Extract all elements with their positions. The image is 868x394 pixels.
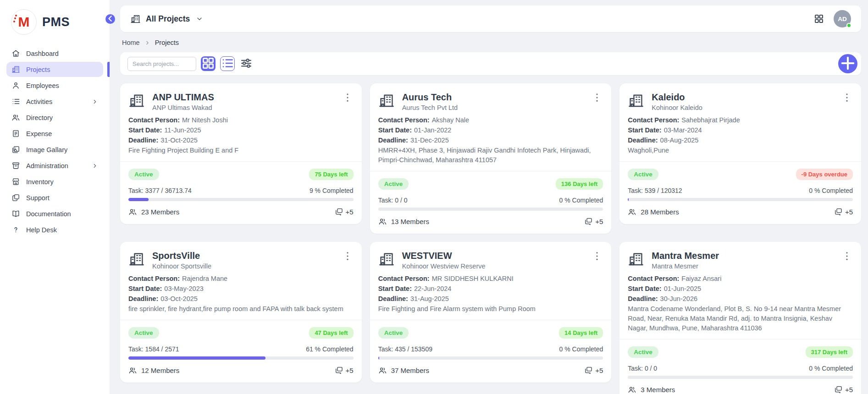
contact-label: Contact Person: <box>628 275 679 282</box>
progress-bar <box>628 198 853 201</box>
card-menu-button[interactable] <box>591 92 603 104</box>
status-badge: Active <box>128 327 159 339</box>
comments-count[interactable]: +5 <box>334 207 354 216</box>
project-subtitle: Mantra Mesmer <box>652 263 834 270</box>
card-menu-button[interactable] <box>342 92 354 104</box>
brand: M PMS <box>0 0 110 42</box>
sidebar-item-label: Projects <box>26 66 50 73</box>
project-card[interactable]: Aurus Tech Aurus Tech Pvt Ltd Contact Pe… <box>370 83 612 234</box>
project-card[interactable]: Mantra Mesmer Mantra Mesmer Contact Pers… <box>619 242 861 394</box>
deadline-label: Deadline: <box>128 137 158 144</box>
grid-view-button[interactable] <box>201 56 216 71</box>
start-date-value: 11-Jun-2025 <box>164 126 201 134</box>
chat-icon <box>834 207 843 216</box>
project-description: Fire Fighting Project Building E and F <box>128 146 354 155</box>
comments-count[interactable]: +5 <box>584 366 603 375</box>
avatar[interactable]: AD <box>834 10 851 27</box>
kebab-icon <box>342 257 354 263</box>
progress-bar <box>128 356 354 360</box>
days-left-badge: 47 Days left <box>309 327 353 339</box>
add-project-button[interactable] <box>838 54 857 73</box>
progress-fill <box>378 356 379 360</box>
percent-completed: 61 % Completed <box>306 345 354 353</box>
sidebar-item-employees[interactable]: Employees <box>6 78 103 93</box>
project-card[interactable]: Kaleido Kohinoor Kaleido Contact Person:… <box>619 83 861 224</box>
store-icon <box>11 177 20 186</box>
comments-count[interactable]: +5 <box>834 207 853 216</box>
building-icon <box>378 93 395 109</box>
sidebar-item-support[interactable]: Support <box>6 190 103 205</box>
card-menu-button[interactable] <box>591 250 603 262</box>
breadcrumb-home[interactable]: Home <box>122 39 140 46</box>
project-description: Mantra Codename Wonderland, Plot B, S. N… <box>628 304 853 333</box>
task-count: Task: 3377 / 36713.74 <box>128 187 192 194</box>
project-title: Mantra Mesmer <box>652 250 834 261</box>
members-label: 37 Members <box>391 367 429 374</box>
sidebar-item-administration[interactable]: Administration <box>6 158 103 173</box>
sidebar-item-image-gallary[interactable]: Image Gallary <box>6 142 103 157</box>
list-view-button[interactable] <box>220 56 235 71</box>
project-title: Aurus Tech <box>402 92 584 103</box>
pms-logo: M <box>11 9 37 35</box>
sidebar-item-inventory[interactable]: Inventory <box>6 174 103 189</box>
task-count: Task: 0 / 0 <box>628 365 657 372</box>
card-menu-button[interactable] <box>841 250 853 262</box>
breadcrumb: Home Projects <box>120 32 861 52</box>
contact-value: MR SIDDHESH KULKARNI <box>432 275 514 282</box>
building-icon <box>130 14 141 24</box>
sidebar-item-directory[interactable]: Directory <box>6 110 103 125</box>
percent-completed: 0 % Completed <box>559 345 603 353</box>
chevron-right-icon <box>92 98 98 105</box>
start-date-value: 22-Jun-2024 <box>414 285 451 292</box>
deadline-value: 31-Dec-2025 <box>410 137 449 144</box>
grid-view-icon <box>201 56 216 72</box>
status-badge: Active <box>628 169 658 180</box>
sidebar-item-help-desk[interactable]: Help Desk <box>6 222 103 237</box>
archive-icon <box>11 161 20 170</box>
percent-completed: 0 % Completed <box>559 197 603 204</box>
contact-label: Contact Person: <box>628 116 679 124</box>
comments-count[interactable]: +5 <box>584 217 603 226</box>
members-icon <box>128 366 137 375</box>
sidebar-item-expense[interactable]: Expense <box>6 126 103 141</box>
chat-icon <box>334 207 343 216</box>
image-icon <box>11 145 20 154</box>
building-icon <box>628 93 644 109</box>
progress-bar <box>378 356 603 360</box>
members-icon <box>628 385 636 394</box>
apps-grid-button[interactable] <box>813 13 824 24</box>
search-input[interactable] <box>127 57 196 71</box>
card-menu-button[interactable] <box>342 250 354 262</box>
card-menu-button[interactable] <box>841 92 853 104</box>
comments-count[interactable]: +5 <box>334 366 354 375</box>
building-icon <box>128 93 145 109</box>
sidebar-item-label: Activities <box>26 98 52 105</box>
sidebar-item-documentation[interactable]: Documentation <box>6 206 103 221</box>
online-status-dot <box>846 23 851 28</box>
chat-icon <box>334 366 343 375</box>
kebab-icon <box>591 98 603 105</box>
project-card[interactable]: ANP ULTIMAS ANP Ultimas Wakad Contact Pe… <box>120 83 362 224</box>
building-icon <box>11 65 20 74</box>
comments-count[interactable]: +5 <box>834 385 853 394</box>
chat-count-label: +5 <box>845 386 853 394</box>
sidebar-item-projects[interactable]: Projects <box>6 62 103 77</box>
members-label: 23 Members <box>141 208 179 216</box>
project-card[interactable]: SportsVille Kohinoor Sportsville Contact… <box>120 242 362 383</box>
project-switcher[interactable]: All Projects <box>130 14 203 24</box>
sidebar-item-activities[interactable]: Activities <box>6 94 103 109</box>
deadline-label: Deadline: <box>628 137 658 144</box>
project-title: Kaleido <box>652 92 834 103</box>
members-icon <box>378 217 387 226</box>
contact-label: Contact Person: <box>128 275 180 282</box>
project-card[interactable]: WESTVIEW Kohinoor Westview Reserve Conta… <box>370 242 612 383</box>
filter-button[interactable] <box>239 56 253 71</box>
start-date-value: 03-Mar-2024 <box>664 126 702 134</box>
deadline-value: 08-Aug-2025 <box>660 137 699 144</box>
sidebar-collapse-button[interactable] <box>105 14 115 24</box>
sidebar-item-dashboard[interactable]: Dashboard <box>6 46 103 61</box>
project-subtitle: Kohinoor Sportsville <box>152 263 334 270</box>
chat-count-label: +5 <box>845 208 853 216</box>
members-label: 13 Members <box>391 218 429 225</box>
sidebar-item-label: Expense <box>26 130 52 137</box>
